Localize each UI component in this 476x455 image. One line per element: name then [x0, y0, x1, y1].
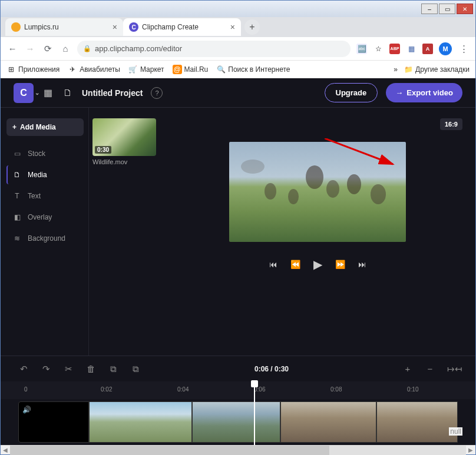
close-tab-icon[interactable]: × [113, 22, 117, 32]
star-icon[interactable]: ☆ [373, 44, 384, 54]
translate-icon[interactable]: 🔤 [356, 44, 367, 54]
main-row: + Add Media ▭ Stock 🗋 Media T Text ◧ [1, 108, 475, 356]
speaker-icon[interactable]: 🔊 [22, 406, 31, 414]
aspect-ratio-button[interactable]: 16:9 [440, 118, 462, 130]
skip-start-icon[interactable]: ⏮ [269, 260, 277, 269]
ruler-tick: 0:08 [330, 386, 342, 393]
clipchamp-app: C ⌄ ▦ 🗋 Untitled Project ? Upgrade → Exp… [1, 78, 475, 445]
copy-icon[interactable]: ⧉ [108, 364, 118, 374]
bookmarks-overflow[interactable]: » [394, 65, 398, 74]
tab-clipchamp[interactable]: C Clipchamp Create × [123, 18, 241, 36]
bookmark-search[interactable]: 🔍Поиск в Интернете [216, 65, 290, 74]
plus-icon: + [12, 123, 16, 131]
delete-icon[interactable]: 🗑 [85, 364, 96, 374]
sidebar-item-overlay[interactable]: ◧ Overlay [6, 208, 84, 227]
export-video-button[interactable]: → Export video [386, 83, 462, 102]
window-minimize-button[interactable]: – [421, 4, 438, 14]
fit-icon[interactable]: ↦↤ [447, 364, 458, 374]
window-maximize-button[interactable]: ▭ [439, 4, 455, 14]
app-logo[interactable]: C ⌄ [14, 83, 34, 103]
extensions-row: 🔤 ☆ ABP ▦ A M ⋮ [356, 42, 470, 55]
help-icon[interactable]: ? [151, 87, 163, 99]
favicon-icon: C [129, 22, 138, 32]
tab-title: Lumpics.ru [24, 23, 59, 31]
plane-icon: ✈ [68, 65, 77, 74]
sidebar-item-label: Text [28, 192, 41, 200]
timeline-ruler[interactable]: 0 0:02 0:04 0:06 0:08 0:10 [1, 381, 475, 399]
ruler-tick: 0:02 [101, 386, 112, 393]
video-clip[interactable] [280, 401, 376, 443]
audio-cell[interactable]: 🔊 [18, 401, 89, 443]
play-icon[interactable]: ▶ [313, 257, 322, 271]
text-icon: T [12, 191, 22, 201]
playback-controls: ⏮ ⏪ ▶ ⏩ ⏭ [269, 257, 366, 271]
ruler-tick: 0 [24, 386, 28, 393]
sidebar: + Add Media ▭ Stock 🗋 Media T Text ◧ [1, 108, 89, 356]
pdf-icon[interactable]: A [422, 44, 433, 54]
rewind-icon[interactable]: ⏪ [290, 260, 300, 269]
bookmark-market[interactable]: 🛒Маркет [128, 65, 164, 74]
folder-icon: 📁 [404, 65, 413, 74]
bookmark-other[interactable]: 📁Другие закладки [404, 65, 470, 74]
tab-lumpics[interactable]: Lumpics.ru × [5, 18, 123, 36]
window-close-button[interactable]: ✕ [457, 4, 473, 14]
adblock-icon[interactable]: ABP [389, 44, 400, 54]
video-clip[interactable] [376, 401, 458, 443]
extension-icon[interactable]: ▦ [406, 44, 416, 54]
address-field[interactable]: 🔒 app.clipchamp.com/editor [77, 41, 351, 57]
favicon-icon [11, 22, 21, 32]
apps-icon: ⊞ [6, 65, 16, 74]
bookmark-mail[interactable]: @Mail.Ru [173, 65, 209, 74]
skip-end-icon[interactable]: ⏭ [358, 260, 366, 269]
add-media-button[interactable]: + Add Media [6, 118, 84, 136]
search-icon: 🔍 [216, 65, 226, 74]
sidebar-item-media[interactable]: 🗋 Media [6, 165, 84, 184]
duplicate-icon[interactable]: ⧉ [130, 364, 141, 374]
video-clip[interactable] [89, 401, 192, 443]
chevron-down-icon[interactable]: ⌄ [35, 89, 39, 96]
media-thumbnail[interactable]: 0:30 [92, 118, 156, 156]
sidebar-item-text[interactable]: T Text [6, 187, 84, 205]
undo-icon[interactable]: ↶ [18, 364, 29, 374]
ruler-tick: 0:10 [407, 386, 418, 393]
new-tab-button[interactable]: + [244, 19, 260, 35]
overlay-icon: ◧ [12, 212, 22, 222]
forward-icon[interactable]: → [24, 44, 36, 54]
scrollbar-track[interactable] [10, 446, 466, 455]
cut-icon[interactable]: ✂ [63, 364, 74, 374]
preview-area: 16:9 ⏮ ⏪ ▶ ⏩ ⏭ [160, 108, 475, 356]
reload-icon[interactable]: ⟳ [42, 44, 54, 54]
lock-icon: 🔒 [83, 45, 91, 52]
zoom-in-icon[interactable]: + [402, 364, 413, 374]
preview-canvas[interactable] [229, 142, 406, 242]
sidebar-item-stock[interactable]: ▭ Stock [6, 144, 84, 163]
project-title[interactable]: Untitled Project [82, 88, 143, 98]
film-icon[interactable]: ▦ [42, 87, 54, 99]
sidebar-item-background[interactable]: ≋ Background [6, 229, 84, 248]
fast-forward-icon[interactable]: ⏩ [335, 260, 345, 269]
sidebar-item-label: Background [28, 234, 65, 243]
media-filename: Wildlife.mov [92, 158, 156, 165]
video-clip[interactable] [192, 401, 280, 443]
tab-title: Clipchamp Create [142, 23, 199, 31]
back-icon[interactable]: ← [6, 44, 18, 54]
menu-icon[interactable]: ⋮ [458, 44, 470, 54]
home-icon[interactable]: ⌂ [60, 44, 71, 54]
bookmarks-bar: ⊞Приложения ✈Авиабилеты 🛒Маркет @Mail.Ru… [1, 61, 475, 78]
timeline-track[interactable]: 🔊 [1, 399, 475, 445]
upgrade-button[interactable]: Upgrade [325, 83, 378, 102]
media-icon: 🗋 [12, 170, 22, 180]
sidebar-item-label: Media [28, 171, 47, 179]
sidebar-item-label: Overlay [28, 213, 52, 221]
zoom-out-icon[interactable]: − [425, 364, 435, 374]
document-icon[interactable]: 🗋 [62, 87, 74, 99]
playhead-line[interactable] [254, 396, 255, 445]
bookmark-apps[interactable]: ⊞Приложения [6, 65, 60, 74]
redo-icon[interactable]: ↷ [41, 364, 51, 374]
scroll-right-icon[interactable]: ▶ [466, 447, 475, 453]
bookmark-avia[interactable]: ✈Авиабилеты [68, 65, 120, 74]
profile-avatar[interactable]: M [439, 42, 452, 55]
scroll-left-icon[interactable]: ◀ [1, 447, 10, 453]
horizontal-scrollbar[interactable]: ◀ ▶ [1, 445, 475, 454]
close-tab-icon[interactable]: × [230, 22, 235, 32]
